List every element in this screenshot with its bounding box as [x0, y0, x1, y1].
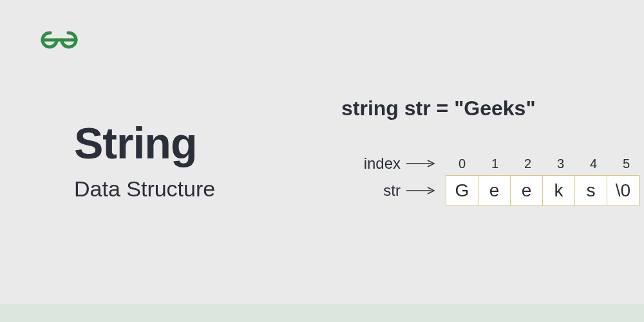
char-cell: s [574, 175, 607, 206]
index-label: index [322, 155, 406, 173]
str-row: str G e e k s \0 [322, 175, 643, 206]
footer-band [0, 304, 644, 322]
char-cell: e [478, 175, 511, 206]
left-panel: String Data Structure [0, 121, 322, 202]
index-cell: 0 [446, 156, 478, 171]
page-subtitle: Data Structure [74, 176, 322, 202]
str-cells: G e e k s \0 [446, 175, 639, 206]
code-declaration: string str = "Geeks" [341, 97, 536, 120]
index-row: index 0 1 2 3 4 5 [322, 155, 643, 173]
arrow-right-icon [406, 160, 437, 167]
index-cell: 2 [511, 156, 544, 171]
str-label: str [322, 182, 406, 200]
char-cell: G [446, 175, 478, 206]
index-cells: 0 1 2 3 4 5 [446, 156, 643, 171]
geeksforgeeks-icon [40, 29, 79, 51]
index-cell: 4 [577, 156, 610, 171]
char-cell: \0 [607, 175, 639, 206]
index-cell: 5 [610, 156, 643, 171]
char-cell: e [510, 175, 543, 206]
brand-logo [40, 29, 79, 53]
index-cell: 3 [544, 156, 577, 171]
arrow-right-icon [406, 187, 437, 194]
main-content: String Data Structure string str = "Geek… [0, 0, 644, 322]
array-diagram: index 0 1 2 3 4 5 str [322, 155, 643, 209]
page-title: String [74, 121, 322, 165]
char-cell: k [542, 175, 575, 206]
index-cell: 1 [478, 156, 511, 171]
